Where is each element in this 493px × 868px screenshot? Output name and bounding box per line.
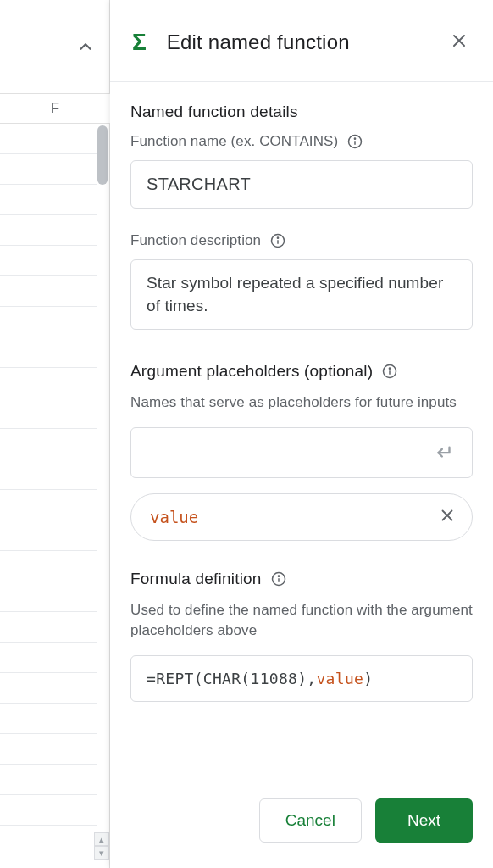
function-name-label: Function name (ex. CONTAINS): [130, 133, 338, 150]
svg-point-7: [278, 237, 279, 238]
formula-input[interactable]: =REPT(CHAR(11088),value): [130, 655, 473, 702]
sheet-cell[interactable]: [0, 795, 97, 826]
sheet-cell[interactable]: [0, 307, 97, 337]
formula-help-text: Used to define the named function with t…: [130, 600, 473, 642]
args-section-title-row: Argument placeholders (optional): [130, 362, 473, 381]
collapse-chevron-icon[interactable]: [73, 34, 98, 59]
sheet-cell[interactable]: [0, 368, 97, 398]
info-icon[interactable]: [270, 570, 287, 587]
edit-named-function-panel: Σ Edit named function Named function det…: [110, 0, 493, 868]
scroll-down-icon[interactable]: ▾: [94, 846, 109, 860]
args-section-title: Argument placeholders (optional): [130, 362, 373, 381]
function-name-label-row: Function name (ex. CONTAINS): [130, 133, 473, 150]
sheet-cell[interactable]: [0, 581, 97, 612]
close-icon[interactable]: [446, 27, 473, 58]
sheet-cell[interactable]: [0, 490, 97, 520]
chip-close-icon[interactable]: [436, 504, 458, 530]
formula-section-title: Formula definition: [130, 570, 262, 588]
function-desc-input[interactable]: [130, 259, 473, 330]
function-name-input[interactable]: [130, 160, 473, 209]
sheet-rows: [0, 124, 97, 826]
sheet-cell[interactable]: [0, 551, 97, 581]
sheet-cell[interactable]: [0, 215, 97, 246]
function-desc-label-row: Function description: [130, 232, 473, 249]
sheet-cell[interactable]: [0, 429, 97, 459]
svg-point-15: [278, 576, 279, 576]
sheet-cell[interactable]: [0, 246, 97, 276]
sheet-cell[interactable]: [0, 276, 97, 307]
info-icon[interactable]: [346, 133, 363, 150]
sheet-cell[interactable]: [0, 124, 97, 154]
sheet-cell[interactable]: [0, 185, 97, 215]
details-section-title: Named function details: [130, 103, 473, 121]
scroll-arrows: ▴ ▾: [93, 832, 110, 860]
formula-text-prefix: =REPT(CHAR(11088),: [147, 670, 316, 687]
column-header-f[interactable]: F: [0, 93, 110, 124]
formula-section-title-row: Formula definition: [130, 570, 473, 588]
cancel-button[interactable]: Cancel: [259, 798, 362, 843]
spreadsheet-background: F ▴ ▾: [0, 0, 110, 868]
scrollbar-thumb[interactable]: [97, 125, 108, 185]
next-button[interactable]: Next: [375, 798, 473, 843]
sigma-icon: Σ: [132, 29, 147, 56]
info-icon[interactable]: [269, 232, 286, 249]
formula-text-suffix: ): [363, 670, 373, 687]
sheet-cell[interactable]: [0, 734, 97, 765]
sheet-cell[interactable]: [0, 673, 97, 704]
svg-point-10: [390, 368, 391, 369]
function-desc-label: Function description: [130, 232, 261, 249]
sheet-cell[interactable]: [0, 520, 97, 551]
args-help-text: Names that serve as placeholders for fut…: [130, 392, 473, 414]
scroll-up-icon[interactable]: ▴: [94, 832, 109, 846]
panel-body: Named function details Function name (ex…: [110, 82, 493, 780]
sheet-cell[interactable]: [0, 704, 97, 734]
sheet-cell[interactable]: [0, 337, 97, 368]
sheet-cell[interactable]: [0, 459, 97, 490]
svg-point-4: [355, 138, 356, 139]
sheet-cell[interactable]: [0, 154, 97, 185]
arg-chip: value: [130, 493, 473, 541]
arg-placeholder-input[interactable]: [145, 443, 429, 461]
panel-header: Σ Edit named function: [110, 0, 493, 82]
formula-arg-token: value: [316, 670, 363, 687]
sheet-cell[interactable]: [0, 643, 97, 673]
arg-placeholder-input-wrap: [130, 427, 473, 478]
arg-chip-label: value: [150, 508, 198, 526]
panel-title: Edit named function: [167, 31, 446, 54]
info-icon[interactable]: [381, 363, 398, 380]
sheet-cell[interactable]: [0, 398, 97, 429]
panel-footer: Cancel Next: [110, 780, 493, 868]
enter-icon[interactable]: [429, 437, 458, 469]
sheet-cell[interactable]: [0, 612, 97, 643]
sheet-cell[interactable]: [0, 765, 97, 795]
